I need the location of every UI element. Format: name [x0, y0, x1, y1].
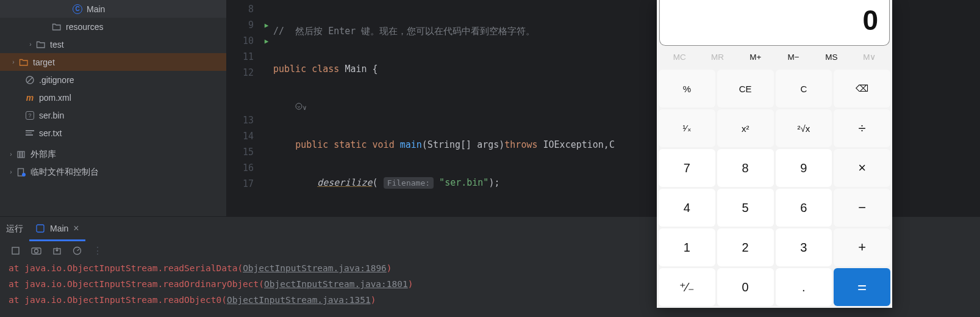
text-file-icon — [24, 130, 35, 136]
calc-display: 0 — [659, 0, 890, 46]
key-mul[interactable]: × — [834, 149, 890, 187]
tree-label: 外部库 — [30, 149, 56, 160]
key-ce[interactable]: CE — [717, 70, 774, 107]
line-num: 16 — [226, 160, 260, 176]
close-icon[interactable]: × — [73, 223, 79, 234]
line-num: 15 — [226, 144, 260, 160]
tree-file-pom[interactable]: m pom.xml — [0, 89, 226, 106]
profiler-icon[interactable] — [73, 246, 82, 255]
scratch-icon — [16, 167, 27, 177]
key-dot[interactable]: . — [776, 268, 832, 306]
mem-mc: MC — [660, 53, 698, 62]
key-percent[interactable]: % — [659, 70, 715, 107]
mem-mlist: M∨ — [851, 52, 889, 62]
key-negate[interactable]: ⁺⁄₋ — [659, 268, 715, 306]
stop-icon[interactable] — [11, 246, 20, 255]
key-4[interactable]: 4 — [659, 189, 715, 227]
key-div[interactable]: ÷ — [834, 109, 890, 147]
line-gutter[interactable]: 8 9 10 11 12 13 14 15 16 17 — [226, 0, 260, 216]
tree-folder-resources[interactable]: resources — [0, 18, 226, 35]
tree-file-serbin[interactable]: ? ser.bin — [0, 106, 226, 124]
key-sqrt[interactable]: ²√x — [776, 109, 832, 147]
key-recip[interactable]: ¹⁄ₓ — [659, 109, 715, 147]
key-back[interactable]: ⌫ — [834, 70, 890, 107]
mem-mminus[interactable]: M− — [774, 53, 812, 62]
key-2[interactable]: 2 — [717, 228, 774, 266]
tree-folder-test[interactable]: › test — [0, 35, 226, 53]
key-equals[interactable]: = — [834, 268, 890, 306]
line-num: 13 — [226, 112, 260, 128]
screenshot-icon[interactable] — [31, 246, 41, 255]
mem-mr: MR — [698, 53, 736, 62]
key-7[interactable]: 7 — [659, 149, 715, 187]
key-6[interactable]: 6 — [776, 189, 832, 227]
key-8[interactable]: 8 — [717, 149, 774, 187]
memory-row: MC MR M+ M− MS M∨ — [657, 46, 892, 68]
tab-label: Main — [50, 224, 68, 233]
run-tab-main[interactable]: Main × — [29, 217, 85, 241]
code-comment: // 然后按 Enter 键。现在，您可以在代码中看到空格字符。 — [273, 26, 535, 37]
line-num: 10 — [226, 33, 260, 49]
scratches[interactable]: › 临时文件和控制台 — [0, 163, 226, 181]
marker-column[interactable]: ▶ ▶ — [260, 0, 273, 216]
library-icon — [16, 150, 27, 159]
calculator-window[interactable]: 0 MC MR M+ M− MS M∨ % CE C ⌫ ¹⁄ₓ x² ²√x … — [657, 0, 892, 308]
tree-file-sertxt[interactable]: ser.txt — [0, 124, 226, 142]
mem-mplus[interactable]: M+ — [737, 53, 774, 62]
export-icon[interactable] — [52, 246, 62, 255]
svg-line-1 — [27, 78, 32, 82]
mem-ms[interactable]: MS — [812, 53, 850, 62]
stack-link[interactable]: ObjectInputStream.java:1351 — [227, 295, 371, 305]
tree-label: test — [50, 40, 64, 49]
svg-rect-9 — [37, 225, 44, 232]
key-3[interactable]: 3 — [776, 228, 832, 266]
stack-link[interactable]: ObjectInputStream.java:1801 — [264, 279, 408, 289]
key-9[interactable]: 9 — [776, 149, 832, 187]
line-num — [226, 97, 260, 112]
tree-label: pom.xml — [39, 93, 71, 103]
key-c[interactable]: C — [776, 70, 832, 107]
folder-icon — [35, 40, 46, 49]
override-icon — [295, 103, 302, 110]
svg-point-12 — [35, 249, 38, 253]
tree-label: ser.bin — [39, 111, 64, 120]
run-gutter-icon[interactable]: ▶ — [265, 21, 269, 29]
key-add[interactable]: + — [834, 228, 890, 266]
calc-keypad: % CE C ⌫ ¹⁄ₓ x² ²√x ÷ 7 8 9 × 4 5 6 − 1 … — [657, 68, 892, 308]
key-1[interactable]: 1 — [659, 228, 715, 266]
unknown-file-icon: ? — [24, 111, 35, 120]
run-tool-label[interactable]: 运行 — [0, 224, 29, 235]
maven-icon: m — [24, 93, 35, 103]
tree-file-gitignore[interactable]: .gitignore — [0, 71, 226, 89]
tree-label: Main — [87, 4, 105, 14]
tree-label: target — [33, 57, 55, 67]
chevron-right-icon: › — [6, 169, 16, 175]
key-sub[interactable]: − — [834, 189, 890, 227]
line-num: 17 — [226, 176, 260, 192]
tree-label: ser.txt — [39, 128, 62, 138]
svg-point-6 — [22, 173, 26, 177]
svg-point-7 — [296, 103, 302, 109]
class-icon: C — [72, 4, 83, 14]
line-num: 8 — [226, 1, 260, 17]
tree-class-main[interactable]: C Main — [0, 0, 226, 18]
key-0[interactable]: 0 — [717, 268, 774, 306]
run-config-icon — [35, 224, 45, 233]
key-square[interactable]: x² — [717, 109, 774, 147]
chevron-right-icon: › — [9, 59, 18, 65]
gitignore-icon — [24, 75, 35, 85]
chevron-right-icon: › — [6, 151, 16, 158]
svg-rect-2 — [18, 151, 20, 158]
folder-icon — [18, 57, 29, 67]
param-hint: Filename: — [384, 177, 434, 189]
line-num: 12 — [226, 65, 260, 81]
stack-link[interactable]: ObjectInputStream.java:1896 — [243, 263, 387, 273]
run-gutter-icon[interactable]: ▶ — [265, 37, 269, 45]
key-5[interactable]: 5 — [717, 189, 774, 227]
line-num — [226, 81, 260, 97]
tree-folder-target[interactable]: › target — [0, 53, 226, 71]
line-num: 11 — [226, 49, 260, 65]
external-libraries[interactable]: › 外部库 — [0, 145, 226, 163]
chevron-right-icon: › — [26, 41, 35, 48]
line-num: 14 — [226, 128, 260, 144]
